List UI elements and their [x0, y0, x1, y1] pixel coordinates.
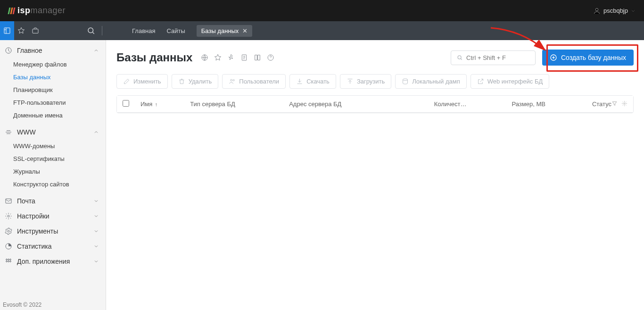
star-outline-icon[interactable]	[214, 54, 222, 61]
sidebar-item-domains[interactable]: Доменные имена	[0, 109, 106, 122]
col-server-type[interactable]: Тип сервера БД	[184, 96, 283, 113]
tool-download[interactable]: Скачать	[289, 74, 336, 89]
svg-rect-1	[4, 28, 10, 34]
svg-point-3	[88, 28, 93, 33]
filter-icon[interactable]	[611, 101, 618, 107]
logo-bars-icon	[8, 8, 15, 14]
edit-icon	[123, 78, 130, 85]
tool-upload[interactable]: Загрузить	[340, 74, 391, 89]
chevron-down-icon	[93, 243, 99, 249]
tool-delete[interactable]: Удалить	[172, 74, 219, 89]
svg-point-22	[403, 79, 408, 81]
sidebar-header-main[interactable]: Главное	[0, 43, 106, 58]
page-title: Базы данных	[116, 51, 192, 64]
crumb-active-tab[interactable]: Базы данных ✕	[197, 25, 253, 37]
sidebar-item-databases[interactable]: Базы данных	[0, 71, 106, 84]
stats-icon	[5, 243, 12, 250]
sidebar-item-scheduler[interactable]: Планировщик	[0, 84, 106, 96]
chevron-down-icon	[93, 228, 99, 234]
svg-point-7	[8, 230, 9, 232]
toolbar: Изменить Удалить Пользователи Скачать За…	[116, 74, 634, 89]
sidebar-item-filemanager[interactable]: Менеджер файлов	[0, 58, 106, 71]
help-icon[interactable]	[267, 54, 274, 61]
svg-point-10	[8, 259, 9, 260]
tab-label: Базы данных	[201, 27, 239, 34]
crumb-sites[interactable]: Сайты	[166, 27, 185, 34]
create-btn-label: Создать базу данных	[561, 54, 626, 61]
svg-point-11	[10, 259, 11, 260]
footer-copyright: Evosoft © 2022	[0, 300, 44, 310]
chevron-down-icon	[631, 8, 636, 13]
sidebar-group-www: WWW WWW-домены SSL-сертификаты Журналы К…	[0, 125, 106, 193]
chevron-down-icon	[93, 198, 99, 204]
tool-users[interactable]: Пользователи	[222, 74, 286, 89]
crumb-home[interactable]: Главная	[132, 27, 155, 34]
sidebar-item-ssl[interactable]: SSL-сертификаты	[0, 152, 106, 165]
briefcase-icon[interactable]	[28, 21, 42, 40]
select-all-checkbox[interactable]	[123, 100, 129, 107]
columns-gear-icon[interactable]	[621, 101, 627, 107]
star-icon[interactable]	[14, 21, 28, 40]
page-head-icons	[201, 54, 274, 61]
search-input[interactable]	[466, 54, 529, 61]
search-icon	[457, 54, 462, 61]
svg-point-18	[458, 56, 461, 59]
sidebar-header-stats[interactable]: Статистика	[0, 239, 106, 254]
tool-webdb[interactable]: Web интерфейс БД	[471, 74, 549, 89]
table-header-row: Имя ↑ Тип сервера БД Адрес сервера БД Ко…	[117, 96, 633, 113]
chevron-up-icon	[93, 48, 99, 53]
layout-icon[interactable]	[0, 21, 14, 40]
col-size[interactable]: Размер, MB	[472, 96, 551, 113]
chevron-down-icon	[93, 259, 99, 264]
breadcrumb: Главная Сайты Базы данных ✕	[132, 21, 252, 40]
search-box[interactable]	[451, 50, 536, 65]
settings-icon	[5, 212, 12, 220]
col-name[interactable]: Имя ↑	[135, 96, 184, 113]
book-icon[interactable]	[254, 54, 261, 61]
col-server-addr[interactable]: Адрес сервера БД	[283, 96, 395, 113]
sidebar-item-sitebuilder[interactable]: Конструктор сайтов	[0, 178, 106, 191]
user-menu[interactable]: pscbqbjp	[593, 7, 636, 15]
logo-text-a: isp	[17, 6, 31, 16]
external-icon	[477, 78, 484, 85]
sidebar-item-wwwdomains[interactable]: WWW-домены	[0, 140, 106, 152]
svg-point-21	[233, 79, 234, 81]
gear-icon	[5, 227, 12, 235]
main-content: Базы данных Создать базу данных	[106, 40, 644, 310]
tool-localdump[interactable]: Локальный дамп	[395, 74, 467, 89]
sidebar-item-logs[interactable]: Журналы	[0, 165, 106, 178]
download-icon	[296, 78, 303, 85]
sidebar: Главное Менеджер файлов Базы данных План…	[0, 40, 106, 310]
username: pscbqbjp	[603, 7, 628, 14]
notes-icon[interactable]	[240, 54, 248, 61]
col-count[interactable]: Количест…	[396, 96, 472, 113]
app-header: ispmanager pscbqbjp	[0, 0, 644, 21]
topbar-search[interactable]	[71, 26, 118, 35]
user-icon	[593, 7, 601, 15]
users-icon	[229, 78, 236, 85]
svg-point-9	[6, 259, 8, 260]
mail-icon	[5, 197, 12, 205]
sidebar-header-tools[interactable]: Инструменты	[0, 224, 106, 239]
sidebar-group-main: Главное Менеджер файлов Базы данных План…	[0, 43, 106, 125]
chevron-up-icon	[93, 129, 99, 135]
svg-point-12	[6, 261, 8, 262]
sidebar-header-settings[interactable]: Настройки	[0, 209, 106, 224]
databases-table: Имя ↑ Тип сервера БД Адрес сервера БД Ко…	[117, 96, 633, 113]
upload-icon	[347, 78, 354, 85]
page-head: Базы данных Создать базу данных	[116, 50, 634, 66]
close-icon[interactable]: ✕	[242, 27, 248, 34]
sidebar-item-ftp[interactable]: FTP-пользователи	[0, 96, 106, 109]
globe-icon[interactable]	[201, 54, 208, 61]
sidebar-header-apps[interactable]: Доп. приложения	[0, 254, 106, 269]
sidebar-header-www[interactable]: WWW	[0, 125, 106, 140]
create-database-button[interactable]: Создать базу данных	[542, 50, 634, 66]
www-icon	[5, 128, 12, 136]
col-status[interactable]: Статус	[551, 96, 633, 113]
svg-point-20	[231, 79, 232, 81]
sidebar-header-mail[interactable]: Почта	[0, 193, 106, 209]
search-icon	[87, 26, 95, 35]
tool-edit[interactable]: Изменить	[116, 74, 168, 89]
apps-icon	[5, 258, 12, 265]
pin-icon[interactable]	[227, 54, 235, 61]
